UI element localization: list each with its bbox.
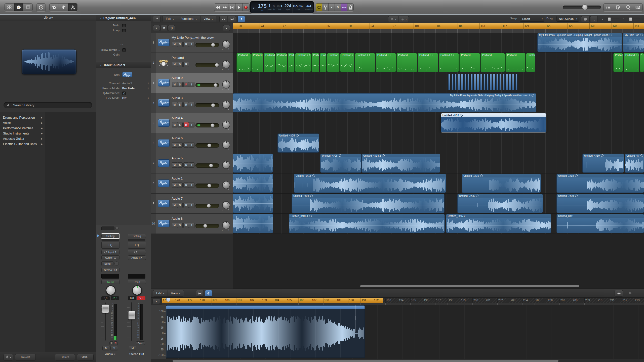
library-search-input[interactable]: [13, 103, 87, 107]
m-button[interactable]: M: [102, 346, 110, 350]
audio-slice-region[interactable]: [503, 74, 505, 90]
snap-popup[interactable]: Smart▲▼: [520, 16, 544, 22]
audio-slice-region[interactable]: [477, 74, 479, 90]
bar-ruler[interactable]: 6973778185899397101105109113117121125129…: [233, 23, 644, 29]
track-header-8[interactable]: 8Audio 1MSRILR: [151, 173, 233, 194]
r-button[interactable]: R: [114, 341, 118, 345]
track-m-button[interactable]: M: [172, 203, 177, 208]
midi-region[interactable]: Portland: [355, 53, 375, 72]
volume-slider-knob[interactable]: [209, 164, 213, 167]
region-loop-icon[interactable]: [575, 215, 577, 217]
audio-slice-region[interactable]: [471, 74, 473, 90]
lcd-mode-icon[interactable]: ♪: [251, 2, 257, 13]
track-i-button[interactable]: I: [189, 42, 194, 47]
midi-region[interactable]: Portland: [526, 53, 535, 72]
editor-catch-button[interactable]: [205, 290, 212, 297]
lcd-bar[interactable]: 175 bar: [257, 2, 267, 13]
midi-region[interactable]: Portland: [327, 53, 340, 72]
region-loop-icon[interactable]: [312, 174, 315, 177]
region-loop-icon[interactable]: [636, 54, 638, 56]
vertical-zoom-slider[interactable]: [599, 16, 620, 22]
midi-region[interactable]: Portland: [439, 53, 459, 72]
drag-popup[interactable]: No Overlap▲▼: [556, 16, 579, 22]
stepper-icon[interactable]: ▲▼: [147, 87, 149, 90]
master-volume-knob[interactable]: [582, 5, 588, 10]
audio-region[interactable]: [233, 214, 273, 233]
cycle-button[interactable]: [316, 4, 322, 11]
track-icon[interactable]: [158, 119, 170, 127]
audio-slice-region[interactable]: [484, 74, 486, 90]
audio-region[interactable]: Untitled_7#04: [292, 194, 445, 213]
region-loop-icon[interactable]: [382, 154, 385, 157]
audio-slice-region[interactable]: [493, 74, 495, 90]
row-value[interactable]: Pre Fader: [122, 87, 136, 90]
waveform-zoom-button[interactable]: [581, 16, 590, 22]
fader-track[interactable]: [131, 302, 132, 341]
library-item-1[interactable]: Voice▶: [0, 120, 45, 126]
track-r-button[interactable]: R: [183, 122, 189, 127]
audio-slice-region[interactable]: [487, 74, 489, 90]
audio-region[interactable]: Untitled_1#16: [462, 174, 541, 193]
lcd-beat[interactable]: 1 beat: [267, 2, 272, 13]
beat-ruler[interactable]: [233, 29, 644, 33]
track-r-button[interactable]: R: [183, 183, 189, 188]
track-header-3[interactable]: 3Audio 9MSRILR: [151, 73, 233, 93]
region-loop-icon[interactable]: [296, 134, 299, 137]
audio-region[interactable]: Untitled_7#09: [556, 194, 644, 213]
volume-slider-knob[interactable]: [211, 123, 215, 127]
play-button[interactable]: [235, 4, 242, 11]
horizontal-zoom-slider[interactable]: [621, 16, 642, 22]
audio-region[interactable]: My Little Pony Equ­estria Girls - Helpin…: [537, 33, 622, 52]
track-icon[interactable]: [158, 139, 170, 147]
track-s-button[interactable]: S: [177, 102, 183, 107]
track-pan-knob[interactable]: [222, 181, 230, 189]
audio-slice-region[interactable]: [509, 74, 511, 90]
record-button[interactable]: [242, 4, 249, 11]
editor-region-popup[interactable]: ▼: [152, 299, 160, 304]
track-s-button[interactable]: S: [177, 82, 183, 87]
peak-value[interactable]: -2,3: [111, 296, 119, 300]
send-button[interactable]: Send: [101, 261, 113, 266]
track-name[interactable]: Audio 7: [172, 197, 228, 200]
region-loop-icon[interactable]: [430, 54, 432, 56]
tuner-button[interactable]: [322, 4, 328, 11]
track-name[interactable]: My Little Pony…win the crown: [172, 36, 228, 39]
track-i-button[interactable]: I: [189, 162, 194, 168]
search-scope-caret[interactable]: ▾: [11, 104, 12, 106]
track-volume-slider[interactable]: [195, 143, 219, 148]
track-pan-knob[interactable]: [222, 40, 230, 48]
track-r-button[interactable]: R: [183, 62, 189, 67]
track-volume-slider[interactable]: [195, 163, 219, 168]
audio-slice-region[interactable]: [455, 74, 457, 90]
region-loop-icon[interactable]: [309, 215, 312, 217]
audio-region[interactable]: Untitled_4#19: [582, 154, 624, 173]
track-pan-knob[interactable]: [222, 60, 230, 68]
track-name[interactable]: Portland: [172, 56, 228, 60]
eq-button[interactable]: EQ: [128, 242, 146, 249]
horizontal-scrollbar[interactable]: [360, 285, 579, 287]
midi-region[interactable]: Portland: [251, 53, 263, 72]
region-loop-icon[interactable]: [480, 174, 483, 177]
track-r-button[interactable]: R: [183, 203, 189, 208]
midi-region[interactable]: Portland: [288, 53, 295, 72]
s-button[interactable]: S: [110, 346, 118, 350]
midi-region[interactable]: Portland: [295, 53, 311, 72]
checkbox[interactable]: [122, 48, 126, 52]
audio-region[interactable]: My Little Pony Equestria Girls - Helping…: [233, 93, 536, 112]
level-display[interactable]: [128, 274, 145, 279]
lcd-display[interactable]: ♪ 175 bar 1 beat 1 div 001 tick 224 bpm: [250, 1, 314, 13]
track-lane-5[interactable]: Untitled_4#32: [233, 113, 644, 133]
track-s-button[interactable]: S: [177, 223, 183, 228]
disclosure-triangle-icon[interactable]: ▼: [100, 17, 102, 20]
audio-region[interactable]: Untitled_8#07.1: [289, 214, 445, 233]
track-i-button[interactable]: I: [189, 203, 194, 208]
library-search[interactable]: ▾: [4, 102, 92, 108]
midi-region[interactable]: Portland: [505, 53, 526, 72]
tracks-menu-functions[interactable]: Functions▼: [177, 16, 200, 22]
volume-value[interactable]: 6,0: [101, 296, 110, 300]
editor-menu-view[interactable]: View▼: [168, 290, 184, 296]
track-icon[interactable]: [158, 179, 170, 187]
region-loop-icon[interactable]: [307, 54, 310, 56]
track-s-button[interactable]: S: [177, 42, 183, 47]
midi-region[interactable]: Portland: [624, 53, 639, 72]
